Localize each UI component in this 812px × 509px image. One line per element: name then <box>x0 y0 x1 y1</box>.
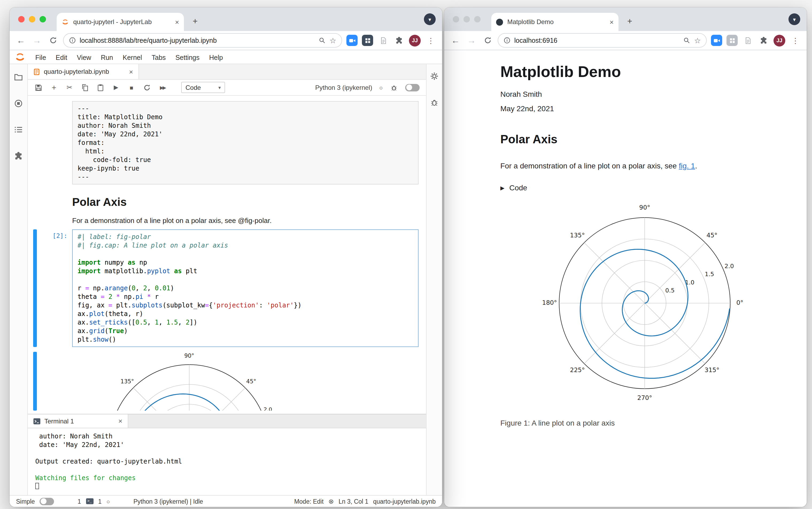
file-browser-icon[interactable] <box>14 73 23 82</box>
terminal-count[interactable]: 1 <box>77 498 81 504</box>
code-line[interactable]: #| fig.cap: A line plot on a polar axis <box>77 241 413 250</box>
code-line[interactable] <box>77 250 413 258</box>
close-window-button[interactable] <box>18 16 25 23</box>
close-tab-icon[interactable]: × <box>610 19 614 25</box>
forward-button[interactable]: → <box>466 34 478 47</box>
terminal-tab[interactable]: Terminal 1 × <box>28 414 128 428</box>
browser-tab-jupyterlab[interactable]: quarto-jupyterl - JupyterLab × <box>57 13 184 31</box>
notification-icon[interactable]: ⊗ <box>328 498 334 505</box>
bookmark-star-icon[interactable]: ☆ <box>694 36 701 45</box>
tab-search-button[interactable]: ▾ <box>424 13 436 25</box>
reload-button[interactable] <box>482 34 493 47</box>
back-button[interactable]: ← <box>15 34 27 47</box>
restart-kernel-icon[interactable] <box>143 83 151 92</box>
site-info-icon[interactable] <box>503 37 510 44</box>
output-collapser[interactable] <box>33 352 37 411</box>
docs-extension-icon[interactable] <box>378 35 389 46</box>
code-editor[interactable]: #| label: fig-polar#| fig.cap: A line pl… <box>72 229 419 347</box>
profile-avatar[interactable]: JJ <box>774 34 785 46</box>
raw-cell[interactable]: ---title: Matplotlib Demoauthor: Norah S… <box>28 101 426 184</box>
kernel-count[interactable]: 1 <box>98 498 102 504</box>
search-icon[interactable] <box>683 37 691 44</box>
cell-collapser[interactable] <box>33 229 37 347</box>
figure-link[interactable]: fig. 1 <box>679 162 695 170</box>
grid-extension-icon[interactable] <box>362 35 373 46</box>
site-info-icon[interactable] <box>69 37 76 44</box>
add-cell-icon[interactable]: + <box>50 83 58 92</box>
table-of-contents-icon[interactable] <box>14 125 23 134</box>
close-terminal-tab-icon[interactable]: × <box>118 417 122 425</box>
property-inspector-gear-icon[interactable] <box>430 72 439 81</box>
toolbar-toggle[interactable] <box>405 84 420 91</box>
browser-menu-icon[interactable]: ⋮ <box>425 34 437 47</box>
browser-tab-preview[interactable]: Matplotlib Demo × <box>491 13 619 31</box>
zoom-extension-icon[interactable] <box>711 35 722 46</box>
code-line[interactable]: #| label: fig-polar <box>77 233 413 241</box>
code-line[interactable]: ax.set_rticks([0.5, 1, 1.5, 2]) <box>77 318 413 327</box>
menu-edit[interactable]: Edit <box>51 54 72 61</box>
running-sessions-icon[interactable] <box>14 99 23 108</box>
back-button[interactable]: ← <box>450 34 461 47</box>
code-line[interactable]: import numpy as np <box>77 258 413 267</box>
debugger-sidebar-bug-icon[interactable] <box>430 98 439 107</box>
close-tab-icon[interactable]: × <box>175 19 179 25</box>
forward-button[interactable]: → <box>31 34 43 47</box>
minimize-window-button[interactable] <box>463 16 470 23</box>
menu-tabs[interactable]: Tabs <box>147 54 171 61</box>
simple-mode-toggle[interactable] <box>40 498 54 505</box>
menu-kernel[interactable]: Kernel <box>118 54 147 61</box>
tab-search-button[interactable]: ▾ <box>788 13 800 25</box>
bookmark-star-icon[interactable]: ☆ <box>329 36 336 45</box>
code-fold-toggle[interactable]: ▶ Code <box>500 183 549 192</box>
code-line[interactable]: r = np.arange(0, 2, 0.01) <box>77 284 413 293</box>
new-tab-button[interactable]: + <box>189 15 201 27</box>
code-line[interactable]: theta = 2 * np.pi * r <box>77 293 413 301</box>
extensions-puzzle-icon[interactable] <box>757 34 769 47</box>
address-bar[interactable]: localhost:8888/lab/tree/quarto-jupyterla… <box>63 33 342 47</box>
profile-avatar[interactable]: JJ <box>409 34 421 46</box>
debugger-bug-icon[interactable] <box>390 83 398 92</box>
save-icon[interactable] <box>34 83 43 92</box>
terminal-output[interactable]: author: Norah Smith date: 'May 22nd, 202… <box>28 428 426 495</box>
kernel-state[interactable]: Python 3 (ipykernel) | Idle <box>133 498 203 504</box>
code-line[interactable]: plt.show() <box>77 335 413 344</box>
close-window-button[interactable] <box>453 16 459 23</box>
url-text[interactable]: localhost:8888/lab/tree/quarto-jupyterla… <box>80 37 315 44</box>
code-line[interactable]: ax.plot(theta, r) <box>77 310 413 318</box>
menu-file[interactable]: File <box>31 54 51 61</box>
fullscreen-window-button[interactable] <box>474 16 481 23</box>
raw-cell-editor[interactable]: ---title: Matplotlib Demoauthor: Norah S… <box>72 101 419 184</box>
cursor-position[interactable]: Ln 3, Col 1 <box>339 498 368 504</box>
paste-cells-icon[interactable] <box>96 83 105 92</box>
minimize-window-button[interactable] <box>29 16 35 23</box>
url-text[interactable]: localhost:6916 <box>514 37 680 44</box>
code-cell[interactable]: [2]: #| label: fig-polar#| fig.cap: A li… <box>28 229 426 347</box>
address-bar[interactable]: localhost:6916 ☆ <box>498 33 707 47</box>
new-tab-button[interactable]: + <box>624 15 636 27</box>
menu-run[interactable]: Run <box>96 54 118 61</box>
extensions-puzzle-icon[interactable] <box>393 34 405 47</box>
markdown-cell[interactable]: Polar Axis For a demonstration of a line… <box>28 189 426 225</box>
close-notebook-tab-icon[interactable]: × <box>129 68 133 75</box>
cell-collapser[interactable] <box>33 189 37 225</box>
cell-collapser[interactable] <box>33 101 37 184</box>
notebook-scroll-area[interactable]: ---title: Matplotlib Demoauthor: Norah S… <box>28 96 426 414</box>
browser-menu-icon[interactable]: ⋮ <box>789 34 801 47</box>
menu-view[interactable]: View <box>72 54 96 61</box>
restart-run-all-icon[interactable]: ▶▶ <box>158 83 167 92</box>
docs-extension-icon[interactable] <box>742 35 753 46</box>
code-line[interactable]: import matplotlib.pyplot as plt <box>77 267 413 275</box>
interrupt-kernel-icon[interactable]: ■ <box>127 83 136 92</box>
cut-cells-icon[interactable]: ✂ <box>65 83 74 92</box>
zoom-extension-icon[interactable] <box>346 35 358 46</box>
search-icon[interactable] <box>319 37 326 44</box>
notebook-tab[interactable]: quarto-jupyterlab.ipynb × <box>28 64 139 79</box>
run-cell-icon[interactable]: ▶ <box>112 83 120 92</box>
code-line[interactable] <box>77 275 413 284</box>
extension-manager-icon[interactable] <box>14 151 23 160</box>
menu-help[interactable]: Help <box>204 54 227 61</box>
code-line[interactable]: fig, ax = plt.subplots(subplot_kw={'proj… <box>77 301 413 310</box>
copy-cells-icon[interactable] <box>81 83 89 92</box>
cell-type-dropdown[interactable]: Code ▾ <box>181 82 225 93</box>
menu-settings[interactable]: Settings <box>171 54 204 61</box>
